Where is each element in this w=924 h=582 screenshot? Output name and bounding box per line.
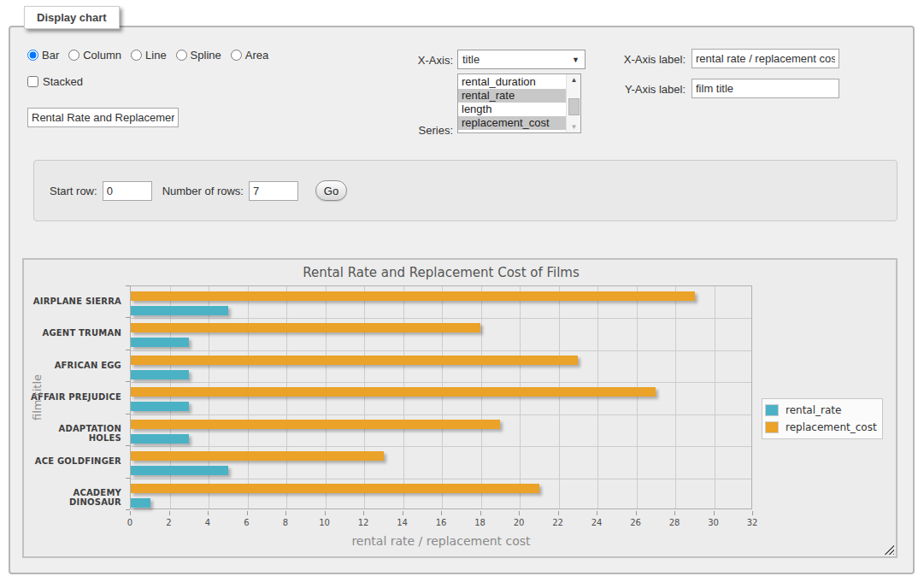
- y-tick-mark: [126, 350, 130, 350]
- y-axis-label-field-label: Y-Axis label:: [570, 83, 686, 96]
- bar-replacement_cost: [131, 484, 539, 493]
- legend-label: rental_rate: [786, 404, 841, 416]
- gridline-horizontal: [131, 382, 751, 383]
- x-tick-label: 2: [156, 518, 182, 527]
- gridline-vertical: [286, 286, 287, 509]
- chart-type-radio-group: BarColumnLineSplineArea: [27, 49, 278, 62]
- x-tick-label: 4: [195, 518, 221, 527]
- x-tick-label: 30: [701, 518, 727, 527]
- x-tick-mark: [247, 511, 248, 515]
- x-tick-mark: [714, 511, 715, 515]
- bar-replacement_cost: [131, 387, 656, 397]
- chart-type-radio-bar[interactable]: [27, 50, 38, 61]
- chart-type-radio-column[interactable]: [68, 50, 79, 61]
- stacked-label: Stacked: [43, 75, 83, 88]
- y-category-label: AIRPLANE SIERRA: [24, 297, 121, 306]
- legend-label: replacement_cost: [786, 421, 877, 433]
- chart-type-option-area[interactable]: Area: [231, 49, 268, 62]
- x-tick-mark: [674, 511, 675, 515]
- scrollbar-thumb[interactable]: [568, 98, 580, 115]
- chart-type-option-bar[interactable]: Bar: [27, 49, 59, 62]
- chart-type-radio-spline[interactable]: [176, 50, 187, 61]
- bar-rental_rate: [131, 306, 228, 315]
- x-tick-mark: [480, 511, 481, 515]
- gridline-vertical: [403, 286, 404, 509]
- x-tick-mark: [558, 511, 559, 515]
- gridline-horizontal: [131, 479, 751, 479]
- x-tick-mark: [208, 511, 209, 515]
- stacked-checkbox-row[interactable]: Stacked: [27, 75, 83, 88]
- num-rows-input[interactable]: [249, 181, 298, 201]
- x-tick-label: 24: [584, 518, 609, 527]
- legend-item: replacement_cost: [765, 419, 877, 436]
- y-axis-title: film title: [31, 355, 44, 440]
- chart-type-option-column[interactable]: Column: [68, 49, 121, 62]
- chart-type-radio-line[interactable]: [131, 50, 142, 61]
- x-tick-label: 32: [739, 518, 765, 527]
- bar-replacement_cost: [131, 451, 384, 461]
- x-tick-mark: [752, 511, 753, 515]
- series-select-label: Series:: [352, 124, 453, 137]
- x-tick-label: 0: [117, 518, 143, 527]
- x-tick-mark: [363, 511, 364, 515]
- stacked-checkbox[interactable]: [27, 76, 38, 87]
- series-option-replacement_cost[interactable]: replacement_cost: [458, 116, 566, 130]
- series-option-length[interactable]: length: [458, 103, 566, 116]
- bar-rental_rate: [131, 466, 228, 475]
- chart-container: Rental Rate and Replacement Cost of Film…: [22, 258, 898, 558]
- x-tick-label: 10: [312, 518, 338, 527]
- y-axis-label-input[interactable]: [692, 79, 839, 98]
- x-tick-label: 14: [390, 518, 415, 527]
- gridline-vertical: [326, 286, 327, 509]
- y-tick-mark: [126, 445, 130, 446]
- legend-swatch-replacement_cost: [765, 421, 779, 433]
- bar-replacement_cost: [131, 420, 500, 429]
- x-axis-label-input[interactable]: [692, 49, 839, 68]
- gridline-vertical: [481, 286, 482, 509]
- x-axis-title: rental rate / replacement cost: [130, 534, 752, 548]
- go-button[interactable]: Go: [315, 180, 347, 201]
- y-tick-mark: [126, 414, 130, 414]
- gridline-vertical: [520, 286, 521, 509]
- chart-type-label: Spline: [191, 49, 221, 62]
- bar-replacement_cost: [131, 356, 578, 365]
- chart-type-label: Line: [145, 49, 167, 62]
- y-category-label: ACE GOLDFINGER: [24, 456, 121, 466]
- y-tick-mark: [126, 381, 130, 382]
- chart-type-radio-area[interactable]: [231, 50, 242, 61]
- gridline-vertical: [675, 286, 676, 509]
- gridline-vertical: [637, 286, 638, 509]
- chart-legend: rental_ratereplacement_cost: [762, 398, 883, 439]
- x-tick-label: 28: [662, 518, 687, 527]
- y-tick-mark: [126, 317, 130, 318]
- bar-rental_rate: [131, 498, 150, 508]
- bar-rental_rate: [131, 338, 189, 347]
- start-row-input[interactable]: [103, 181, 152, 201]
- chart-type-label: Bar: [42, 49, 59, 62]
- series-multiselect[interactable]: rental_durationrental_ratelengthreplacem…: [457, 73, 581, 133]
- x-tick-mark: [441, 511, 442, 515]
- x-tick-mark: [130, 511, 131, 515]
- bar-rental_rate: [131, 402, 189, 411]
- bar-replacement_cost: [131, 323, 480, 332]
- x-tick-label: 22: [545, 518, 571, 527]
- series-option-rental_rate[interactable]: rental_rate: [458, 89, 566, 103]
- x-tick-mark: [636, 511, 637, 515]
- series-options: rental_durationrental_ratelengthreplacem…: [458, 74, 566, 132]
- x-tick-mark: [597, 511, 597, 515]
- plot-area: [130, 285, 752, 509]
- x-tick-label: 12: [350, 518, 376, 527]
- y-tick-mark: [126, 478, 130, 479]
- chart-title: Rental Rate and Replacement Cost of Film…: [121, 265, 761, 280]
- gridline-horizontal: [131, 446, 751, 447]
- x-tick-label: 18: [468, 518, 493, 527]
- chart-title-input[interactable]: [27, 108, 179, 127]
- series-option-rental_duration[interactable]: rental_duration: [458, 75, 566, 89]
- num-rows-label: Number of rows:: [162, 185, 244, 197]
- scroll-down-icon[interactable]: ▼: [567, 121, 581, 132]
- x-tick-label: 8: [273, 518, 298, 527]
- chart-type-option-line[interactable]: Line: [131, 49, 167, 62]
- resize-handle-icon[interactable]: [884, 544, 894, 555]
- x-axis-select[interactable]: title ▼: [457, 50, 586, 69]
- chart-type-option-spline[interactable]: Spline: [176, 49, 221, 62]
